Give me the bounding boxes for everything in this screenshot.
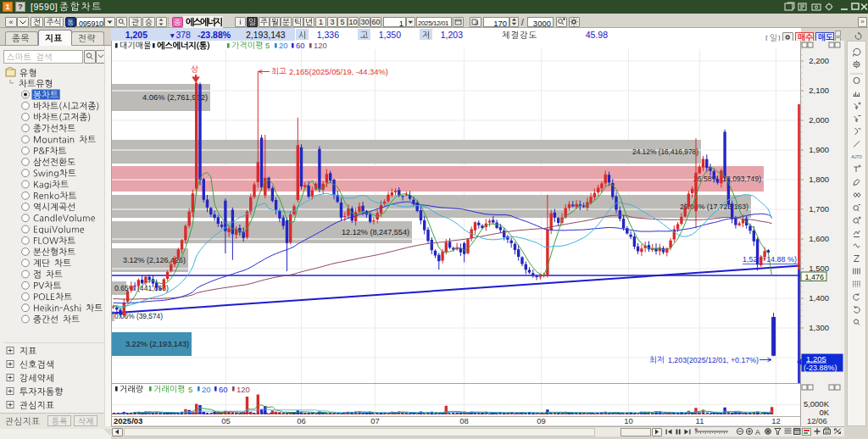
svg-text:3.22% (2,193,143): 3.22% (2,193,143) [125, 339, 189, 348]
svg-text:2,000: 2,000 [809, 115, 829, 125]
svg-text:1,600: 1,600 [809, 234, 829, 243]
svg-text:12.12% (8,247,554): 12.12% (8,247,554) [342, 227, 409, 236]
svg-text:2,100: 2,100 [809, 86, 829, 95]
svg-text:(-23.88%): (-23.88%) [804, 364, 837, 372]
svg-text:12: 12 [771, 416, 781, 425]
svg-text:06: 06 [297, 416, 306, 425]
svg-text:1,800: 1,800 [809, 175, 829, 184]
svg-text:05: 05 [221, 416, 231, 425]
svg-text:12/06: 12/06 [807, 416, 827, 425]
svg-text:1,203(2025/12/01, +0.17%): 1,203(2025/12/01, +0.17%) [668, 355, 759, 364]
svg-text:08: 08 [459, 416, 469, 425]
svg-text:2,200: 2,200 [809, 56, 829, 65]
svg-text:09: 09 [537, 416, 546, 425]
svg-text:1,400: 1,400 [809, 293, 829, 303]
svg-text:11: 11 [696, 416, 704, 425]
svg-text:1,300: 1,300 [809, 323, 829, 332]
svg-text:1,900: 1,900 [809, 145, 829, 154]
svg-text:3.12% (2,126,426): 3.12% (2,126,426) [123, 255, 186, 264]
svg-text:1,476: 1,476 [804, 273, 824, 281]
svg-text:10: 10 [624, 416, 633, 425]
svg-text:4.06% (2,761,932): 4.06% (2,761,932) [142, 92, 208, 102]
svg-text:1,205: 1,205 [806, 354, 826, 364]
svg-text:1,500: 1,500 [809, 264, 829, 273]
svg-text:0K: 0K [819, 408, 829, 417]
svg-text:07: 07 [370, 416, 380, 425]
svg-text:1,700: 1,700 [809, 204, 829, 214]
svg-text:2,165(2025/05/19, -44.34%): 2,165(2025/05/19, -44.34%) [289, 67, 388, 76]
svg-text:2025/03: 2025/03 [114, 416, 142, 425]
svg-text:24.12% (16,416,978): 24.12% (16,416,978) [632, 147, 698, 156]
